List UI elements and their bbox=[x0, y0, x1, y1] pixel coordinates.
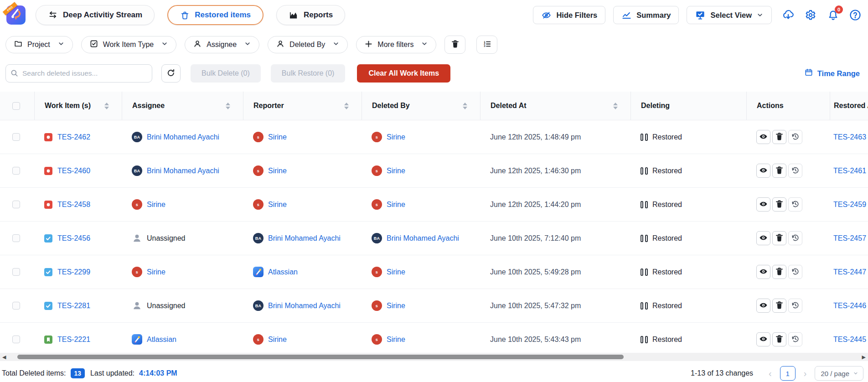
select-all-checkbox[interactable] bbox=[12, 102, 20, 110]
user-link[interactable]: Brini Mohamed Ayachi bbox=[147, 133, 219, 141]
bulk-delete-button[interactable]: Bulk Delete (0) bbox=[191, 64, 261, 83]
filter-dropdown-deleted-by[interactable]: Deleted By bbox=[268, 36, 348, 53]
work-item-link[interactable]: TES-2299 bbox=[57, 268, 90, 276]
user-link[interactable]: Brini Mohamed Ayachi bbox=[268, 234, 341, 243]
user-link[interactable]: Brini Mohamed Ayachi bbox=[147, 167, 219, 175]
restored-as-link[interactable]: TES-2447 bbox=[833, 268, 866, 276]
sort-icon[interactable] bbox=[463, 103, 467, 109]
user-link[interactable]: Brini Mohamed Ayachi bbox=[268, 302, 341, 310]
view-button[interactable] bbox=[756, 231, 770, 245]
row-checkbox[interactable] bbox=[12, 302, 20, 310]
scrollbar-thumb[interactable] bbox=[17, 355, 624, 359]
tab-deep-activity-stream[interactable]: Deep Activitiy Stream bbox=[36, 5, 155, 25]
user-link[interactable]: Atlassian bbox=[268, 268, 298, 276]
prev-page-icon[interactable]: ‹ bbox=[767, 369, 774, 378]
work-item-link[interactable]: TES-2221 bbox=[57, 336, 90, 344]
restore-history-button[interactable] bbox=[788, 332, 802, 346]
restored-as-link[interactable]: TES-2445 bbox=[833, 336, 866, 344]
row-checkbox[interactable] bbox=[12, 167, 20, 175]
user-link[interactable]: Sirine bbox=[387, 133, 405, 141]
delete-button[interactable] bbox=[772, 197, 786, 212]
restore-history-button[interactable] bbox=[788, 164, 802, 178]
sort-icon[interactable] bbox=[226, 103, 230, 109]
row-checkbox[interactable] bbox=[12, 268, 20, 276]
delete-button[interactable] bbox=[772, 265, 786, 279]
delete-button[interactable] bbox=[772, 231, 786, 245]
clear-all-work-items-button[interactable]: Clear All Work Items bbox=[357, 64, 450, 83]
user-link[interactable]: Sirine bbox=[268, 167, 287, 175]
user-link[interactable]: Sirine bbox=[147, 201, 165, 209]
column-header-reporter[interactable]: Reporter bbox=[243, 92, 362, 120]
work-item-link[interactable]: TES-2458 bbox=[57, 201, 90, 209]
sort-icon[interactable] bbox=[344, 103, 349, 109]
work-item-link[interactable]: TES-2456 bbox=[57, 234, 90, 243]
app-logo[interactable]: PRO bbox=[6, 5, 26, 25]
tab-restored-items[interactable]: Restored items bbox=[167, 5, 264, 25]
user-link[interactable]: Sirine bbox=[387, 268, 405, 276]
bulk-restore-button[interactable]: Bulk Restore (0) bbox=[271, 64, 346, 83]
delete-button[interactable] bbox=[772, 164, 786, 178]
sort-icon[interactable] bbox=[613, 103, 618, 109]
current-page-button[interactable]: 1 bbox=[780, 366, 796, 381]
view-button[interactable] bbox=[756, 130, 770, 144]
work-item-link[interactable]: TES-2281 bbox=[57, 302, 90, 310]
column-header-deleted-at[interactable]: Deleted At bbox=[480, 92, 630, 120]
view-button[interactable] bbox=[756, 197, 770, 212]
search-input[interactable] bbox=[5, 64, 152, 83]
user-link[interactable]: Sirine bbox=[387, 201, 405, 209]
delete-button[interactable] bbox=[772, 130, 786, 144]
row-checkbox[interactable] bbox=[12, 133, 20, 141]
numbered-list-button[interactable]: 123 bbox=[476, 36, 497, 54]
trash-filled-button[interactable] bbox=[444, 36, 465, 54]
settings-gear-icon[interactable] bbox=[804, 9, 817, 21]
restored-as-link[interactable]: TES-2457 bbox=[833, 234, 866, 243]
restored-as-link[interactable]: TES-2459 bbox=[833, 201, 866, 209]
delete-button[interactable] bbox=[772, 299, 786, 313]
view-button[interactable] bbox=[756, 332, 770, 346]
user-link[interactable]: Sirine bbox=[387, 302, 405, 310]
refresh-button[interactable] bbox=[161, 64, 181, 83]
horizontal-scrollbar[interactable]: ◀ ▶ bbox=[0, 353, 868, 361]
restore-history-button[interactable] bbox=[788, 231, 802, 245]
filter-dropdown-assignee[interactable]: Assignee bbox=[185, 36, 259, 53]
restore-history-button[interactable] bbox=[788, 299, 802, 313]
user-link[interactable]: Sirine bbox=[268, 336, 287, 344]
filter-dropdown-work-item-type[interactable]: Work Item Type bbox=[81, 36, 176, 53]
user-link[interactable]: Sirine bbox=[387, 167, 405, 175]
delete-button[interactable] bbox=[772, 332, 786, 346]
column-header-deleted-by[interactable]: Deleted By bbox=[362, 92, 480, 120]
sort-icon[interactable] bbox=[104, 103, 109, 109]
page-size-select[interactable]: 20 / page bbox=[815, 366, 863, 381]
restore-history-button[interactable] bbox=[788, 197, 802, 212]
restored-as-link[interactable]: TES-2463 bbox=[833, 133, 866, 141]
user-link[interactable]: Sirine bbox=[268, 133, 287, 141]
column-header-work-item-s-[interactable]: Work Item (s) bbox=[34, 92, 122, 120]
view-button[interactable] bbox=[756, 299, 770, 313]
user-link[interactable]: Atlassian bbox=[147, 336, 176, 344]
notification-bell-icon[interactable]: 0 bbox=[827, 9, 839, 21]
row-checkbox[interactable] bbox=[12, 336, 20, 343]
time-range-link[interactable]: Time Range bbox=[804, 68, 860, 79]
filter-dropdown-project[interactable]: Project bbox=[5, 36, 73, 53]
user-link[interactable]: Brini Mohamed Ayachi bbox=[387, 234, 459, 243]
row-checkbox[interactable] bbox=[12, 234, 20, 242]
user-link[interactable]: Sirine bbox=[268, 201, 287, 209]
view-button[interactable] bbox=[756, 265, 770, 279]
restore-history-button[interactable] bbox=[788, 265, 802, 279]
user-link[interactable]: Sirine bbox=[147, 268, 165, 276]
cloud-download-icon[interactable] bbox=[782, 9, 795, 21]
restored-as-link[interactable]: TES-2446 bbox=[833, 302, 866, 310]
user-link[interactable]: Sirine bbox=[387, 336, 405, 344]
scroll-right-arrow-icon[interactable]: ▶ bbox=[862, 354, 866, 360]
restored-as-link[interactable]: TES-2461 bbox=[833, 167, 866, 175]
restore-history-button[interactable] bbox=[788, 130, 802, 144]
row-checkbox[interactable] bbox=[12, 201, 20, 208]
select-view-dropdown[interactable]: Select View bbox=[687, 6, 772, 24]
tab-reports[interactable]: Reports bbox=[276, 5, 345, 25]
hide-filters-button[interactable]: Hide Filters bbox=[533, 6, 605, 24]
help-icon[interactable] bbox=[849, 9, 862, 21]
work-item-link[interactable]: TES-2460 bbox=[57, 167, 90, 175]
work-item-link[interactable]: TES-2462 bbox=[57, 133, 90, 141]
column-header-assignee[interactable]: Assignee bbox=[122, 92, 243, 120]
view-button[interactable] bbox=[756, 164, 770, 178]
